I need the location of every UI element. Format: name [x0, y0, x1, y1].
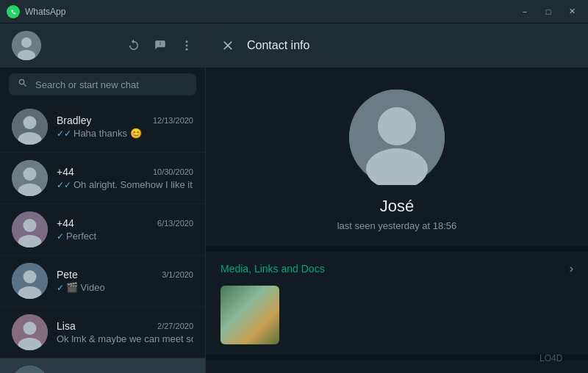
svg-point-5 — [186, 45, 188, 47]
chat-item-plus44-1[interactable]: +44 10/30/2020 ✓✓ Oh alright. Somehow I … — [0, 153, 205, 204]
preview-text: Haha thanks 😊 — [74, 128, 142, 139]
search-bar — [0, 68, 205, 101]
contact-panel-header: Contact info — [206, 23, 588, 68]
chat-time: 3/1/2020 — [162, 270, 193, 279]
chat-preview: ✓ 🎬 Video — [57, 282, 193, 293]
chat-preview: ✓ Perfect — [57, 231, 193, 242]
media-title: Media, Links and Docs — [220, 263, 325, 275]
user-avatar[interactable] — [12, 31, 41, 60]
mute-header[interactable]: Mute notifications — [220, 361, 573, 373]
tick-icon: ✓✓ — [57, 128, 71, 139]
contact-panel-title: Contact info — [247, 39, 309, 52]
chat-list: Bradley 12/13/2020 ✓✓ Haha thanks 😊 — [0, 101, 205, 373]
avatar-lisa — [12, 314, 48, 350]
chat-info-plus44-1: +44 10/30/2020 ✓✓ Oh alright. Somehow I … — [57, 166, 193, 190]
search-input-wrap — [9, 73, 196, 95]
app-icon — [6, 4, 21, 19]
chevron-right-icon: › — [570, 262, 573, 275]
contact-profile: José last seen yesterday at 18:56 — [206, 68, 588, 246]
avatar-jose-john — [12, 366, 48, 373]
minimize-button[interactable]: − — [514, 4, 535, 19]
chat-info-plus44-2: +44 6/13/2020 ✓ Perfect — [57, 217, 193, 242]
sidebar-icons — [127, 39, 193, 52]
refresh-icon[interactable] — [127, 39, 140, 52]
media-header[interactable]: Media, Links and Docs › — [220, 252, 573, 286]
new-chat-icon[interactable] — [154, 39, 167, 52]
chat-time: 6/13/2020 — [157, 219, 193, 228]
media-section: Media, Links and Docs › — [206, 252, 588, 355]
chat-info-pete: Pete 3/1/2020 ✓ 🎬 Video — [57, 269, 193, 293]
contact-panel: Contact info José last seen yesterday at… — [206, 23, 588, 373]
chat-info-lisa: Lisa 2/27/2020 Ok lmk & maybe we can mee… — [57, 320, 193, 344]
chat-item-plus44-2[interactable]: +44 6/13/2020 ✓ Perfect — [0, 204, 205, 256]
sidebar-header — [0, 23, 205, 68]
sidebar: Bradley 12/13/2020 ✓✓ Haha thanks 😊 — [0, 23, 206, 373]
chat-name: Bradley — [57, 115, 91, 126]
media-thumb-image — [220, 286, 279, 344]
chat-item-lisa[interactable]: Lisa 2/27/2020 Ok lmk & maybe we can mee… — [0, 307, 205, 358]
preview-text: 🎬 Video — [66, 282, 105, 293]
tick-icon: ✓✓ — [57, 180, 71, 190]
svg-point-20 — [24, 322, 37, 335]
chat-name: +44 — [57, 166, 74, 178]
close-button[interactable]: ✕ — [562, 4, 582, 19]
svg-point-6 — [186, 48, 188, 51]
watermark: LO4D — [539, 351, 584, 369]
chat-time: 10/30/2020 — [153, 167, 193, 176]
search-input[interactable] — [35, 79, 187, 90]
chat-preview: Ok lmk & maybe we can meet somewh... — [57, 333, 193, 344]
svg-text:LO4D: LO4D — [539, 353, 563, 363]
svg-point-4 — [186, 40, 188, 43]
avatar-plus44-2 — [12, 211, 48, 247]
preview-text: Ok lmk & maybe we can meet somewh... — [57, 333, 193, 344]
chat-preview: ✓✓ Haha thanks 😊 — [57, 128, 193, 139]
sidebar-header-left — [12, 31, 41, 60]
media-thumbnails — [220, 286, 573, 355]
avatar-bradley — [12, 109, 48, 145]
tick-icon: ✓ — [57, 231, 64, 242]
chat-name: +44 — [57, 217, 74, 229]
svg-point-2 — [21, 37, 32, 48]
svg-point-14 — [24, 219, 37, 232]
app-container: Bradley 12/13/2020 ✓✓ Haha thanks 😊 — [0, 23, 588, 373]
chat-item-pete[interactable]: Pete 3/1/2020 ✓ 🎬 Video — [0, 256, 205, 307]
svg-point-11 — [24, 167, 37, 181]
avatar-pete — [12, 263, 48, 299]
titlebar-left: WhatsApp — [6, 4, 65, 19]
mute-section: Mute notifications — [206, 361, 588, 373]
svg-point-26 — [378, 107, 416, 145]
svg-point-17 — [24, 270, 37, 283]
svg-point-22 — [12, 366, 48, 373]
chat-time: 12/13/2020 — [153, 116, 193, 125]
chat-info-bradley: Bradley 12/13/2020 ✓✓ Haha thanks 😊 — [57, 115, 193, 139]
titlebar: WhatsApp − □ ✕ — [0, 0, 588, 23]
chat-time: 2/27/2020 — [157, 322, 193, 330]
tick-icon: ✓ — [57, 283, 64, 293]
svg-point-8 — [24, 116, 37, 129]
chat-name: Lisa — [57, 320, 76, 332]
preview-text: Perfect — [66, 231, 96, 242]
avatar-plus44-1 — [12, 160, 48, 196]
chat-item-bradley[interactable]: Bradley 12/13/2020 ✓✓ Haha thanks 😊 — [0, 101, 205, 153]
chat-item-jose-john[interactable]: José & John 1/29/2020 👍 — [0, 358, 205, 373]
maximize-button[interactable]: □ — [538, 4, 559, 19]
contact-name: José — [380, 197, 414, 216]
preview-text: Oh alright. Somehow I like it over th... — [74, 179, 193, 190]
chat-name: Pete — [57, 269, 78, 280]
titlebar-controls: − □ ✕ — [514, 4, 582, 19]
chat-preview: ✓✓ Oh alright. Somehow I like it over th… — [57, 179, 193, 190]
more-options-icon[interactable] — [180, 39, 193, 52]
search-icon — [18, 78, 28, 91]
media-thumb-1[interactable] — [220, 286, 279, 344]
contact-status: last seen yesterday at 18:56 — [337, 220, 457, 231]
close-contact-button[interactable] — [220, 38, 235, 53]
titlebar-title: WhatsApp — [25, 7, 65, 17]
contact-big-avatar — [349, 90, 445, 185]
